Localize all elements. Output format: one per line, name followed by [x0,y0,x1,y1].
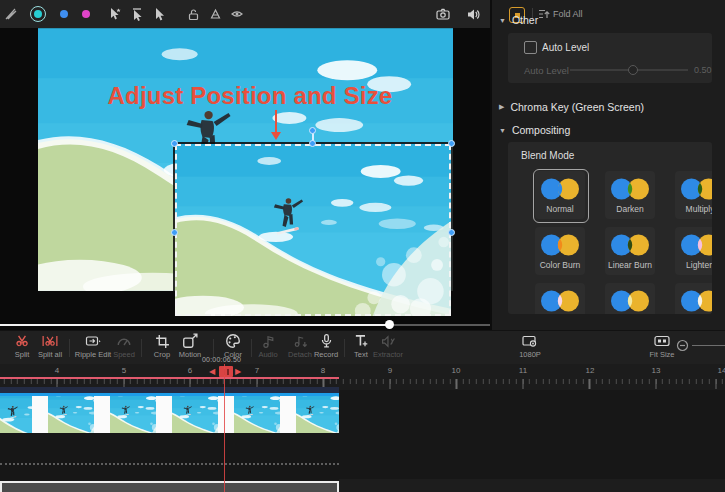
timeline-zoom-slider[interactable] [692,345,725,346]
chevron-right-icon: ▶ [499,103,504,111]
preview-toolbar [0,0,490,29]
seek-handle[interactable] [385,320,394,329]
scissors-all-icon [42,333,58,349]
split-all-button[interactable]: Split all [28,333,72,359]
auto-level-checkbox[interactable] [524,41,537,54]
preview-area: Adjust Position and Size 00:00:06.50 00:… [0,28,490,330]
track-drop-indicator [0,463,339,465]
keyframe-magenta-dot[interactable] [82,10,90,18]
extractor-icon [380,333,396,349]
auto-level-label: Auto Level [542,42,589,53]
playhead-line[interactable] [224,364,225,492]
blend-tile-lighten[interactable]: Lighten [675,227,712,275]
motion-icon [182,333,198,349]
speed-gauge-icon [116,333,132,349]
pip-selection-box[interactable] [173,142,453,318]
section-other[interactable]: ▼ Other [499,14,538,26]
handle-top-right[interactable] [448,140,455,147]
timeline: 4 5 6 7 8 9 10 11 12 13 14 ◀ ▶ [0,364,725,492]
monitor-gear-icon [522,333,538,349]
section-chroma-key[interactable]: ▶ Chroma Key (Green Screen) [499,101,644,113]
blend-mode-title: Blend Mode [521,150,574,161]
main-track-clip[interactable] [0,481,339,492]
playhead-right-arrow[interactable]: ▶ [235,366,241,377]
selection-dashed-border [175,144,451,316]
render-cone-icon[interactable] [204,3,226,25]
inspector-panel: Fold All ▼ Other Auto Level Auto Level 0… [490,0,725,330]
pip-track-clip[interactable] [0,387,339,433]
annotation-arrow [275,110,277,134]
eye-icon[interactable] [226,3,248,25]
mask-icon[interactable] [0,3,22,25]
annotation-caption: Adjust Position and Size [80,82,420,110]
chevron-down-icon: ▼ [499,127,506,134]
handle-top-left[interactable] [171,140,178,147]
blend-tile-color-dodge[interactable] [605,283,655,314]
cursor-icon[interactable] [148,3,170,25]
palette-icon [225,333,241,349]
blend-tile-linear-burn[interactable]: Linear Burn [605,227,655,275]
rotate-handle[interactable] [309,127,316,134]
cursor-add-icon[interactable] [104,3,126,25]
resolution-button[interactable]: 1080P [508,333,552,359]
playhead-left-arrow[interactable]: ◀ [209,366,215,377]
blend-tile-screen[interactable] [535,283,585,314]
fold-all-label[interactable]: Fold All [553,9,583,19]
zoom-out-icon[interactable] [676,339,689,352]
annotation-arrowhead [271,132,281,140]
extractor-button: Extractor [366,333,410,359]
keyframe-blue-dot[interactable] [60,10,68,18]
auto-level-slider-label: Auto Level [524,65,569,76]
edit-toolbar: Split Split all Ripple Edit Speed Crop M… [0,330,725,365]
fit-size-icon [654,333,670,349]
section-compositing[interactable]: ▼ Compositing [499,124,570,136]
ripple-edit-icon [85,333,101,349]
seek-bar-played[interactable] [0,324,389,326]
handle-mid-right[interactable] [448,229,455,236]
track-background-lower [339,479,725,492]
seek-bar-remaining[interactable] [389,324,490,326]
auto-level-slider-handle [628,65,638,75]
handle-mid-left[interactable] [171,229,178,236]
track-area [0,390,725,492]
blend-tile-multiply[interactable]: Multiply [675,171,712,219]
lock-icon[interactable] [182,3,204,25]
handle-top-center[interactable] [309,140,316,147]
blend-tile-linear-dodge[interactable] [675,283,712,314]
camera-icon[interactable] [432,3,454,25]
clip-duration-line [0,377,339,379]
audio-note-icon [260,333,276,349]
fold-all-icon[interactable] [538,8,550,20]
cursor-range-icon[interactable] [126,3,148,25]
keyframe-cyan-dot[interactable] [30,6,46,22]
auto-level-value: 0.50 [694,65,712,75]
blend-tile-normal[interactable]: Normal [535,171,585,219]
playhead-timecode: 00:00:06.50 [202,356,241,363]
auto-level-card: Auto Level Auto Level 0.50 [508,33,712,83]
playhead-grip[interactable] [219,366,233,377]
blend-tile-darken[interactable]: Darken [605,171,655,219]
blend-mode-card: Blend Mode Normal Darken Multiply Color … [508,142,712,314]
clip-filmstrip [0,396,339,433]
speaker-icon[interactable] [462,3,484,25]
blend-tile-color-burn[interactable]: Color Burn [535,227,585,275]
chevron-down-icon: ▼ [499,17,506,24]
filmora-window: Adjust Position and Size 00:00:06.50 00:… [0,0,725,492]
microphone-icon [318,333,334,349]
